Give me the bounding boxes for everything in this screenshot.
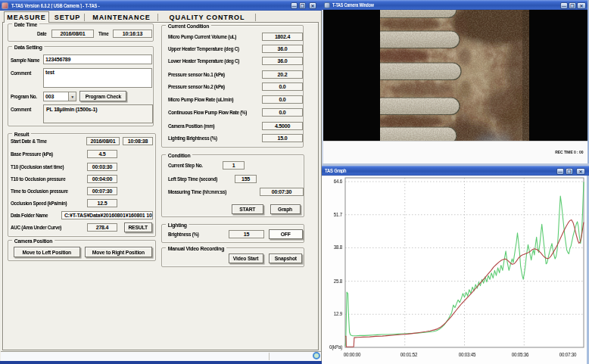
move-right-button[interactable]: Move to Right Position bbox=[85, 247, 152, 257]
result-row-value: 00:03:30 bbox=[87, 163, 117, 171]
camera-titlebar: T-TAS Camera Window — ❐ ✕ bbox=[322, 0, 589, 10]
result-row-label: Data Folder Name bbox=[11, 212, 48, 219]
tab-quality-control[interactable]: QUALITY CONTROL bbox=[159, 12, 255, 22]
program-no-combobox[interactable]: 003 ▼ bbox=[43, 92, 76, 101]
main-window-title: T-TAS Version 6.3.2 [ USB Camera ] - T-T… bbox=[11, 3, 100, 8]
result-row-value: 00:07:30 bbox=[87, 187, 117, 195]
group-title: Data Setting bbox=[12, 44, 44, 51]
current-condition-value: 0.0 bbox=[262, 95, 303, 104]
current-condition-value: 15.0 bbox=[262, 134, 303, 142]
result-time-field: 10:08:38 bbox=[123, 137, 153, 145]
camera-window-icon bbox=[324, 2, 330, 8]
result-button[interactable]: RESULT bbox=[124, 222, 152, 232]
y-tick-label: 12.9 bbox=[323, 311, 342, 316]
camera-minimize-button[interactable]: — bbox=[560, 2, 568, 9]
current-condition-label: Micro Pump Flow Rate (uL/min) bbox=[168, 96, 233, 104]
current-condition-label: Upper Heater Temperature (deg C) bbox=[168, 45, 239, 53]
minimize-button[interactable]: — bbox=[291, 2, 298, 9]
x-tick-label: 00:00:00 bbox=[340, 352, 364, 357]
group-title: Lighting bbox=[166, 222, 189, 229]
result-row-label: T10 to Occlusion pressure bbox=[11, 176, 65, 183]
main-window: T-TAS Version 6.3.2 [ USB Camera ] - T-T… bbox=[0, 0, 322, 364]
result-row-label: AUC (Area Under Curve) bbox=[11, 224, 61, 232]
result-row-value: 00:04:00 bbox=[87, 175, 117, 183]
x-tick-label: 00:05:36 bbox=[508, 352, 532, 357]
rec-time-label: REC TIME 0 : 00 bbox=[555, 150, 583, 154]
lighting-off-button[interactable]: OFF bbox=[269, 229, 303, 239]
current-condition-value: 0.0 bbox=[262, 108, 303, 117]
current-condition-label: Lighting Brightness (%) bbox=[168, 135, 217, 142]
tab-separator bbox=[84, 14, 85, 21]
result-row-value: 278.4 bbox=[87, 223, 117, 232]
sample-name-label: Sample Name bbox=[11, 57, 39, 64]
result-row-label: Start Date & Time bbox=[11, 138, 47, 145]
tab-measure[interactable]: MEASURE bbox=[4, 11, 49, 23]
start-button[interactable]: START bbox=[232, 204, 263, 214]
y-tick-label: 64.6 bbox=[323, 179, 342, 184]
camera-maximize-button[interactable]: ❐ bbox=[569, 2, 576, 9]
current-condition-value: 1802.4 bbox=[262, 33, 303, 41]
date-field: 2016/08/01 bbox=[51, 30, 94, 38]
current-condition-value: 36.0 bbox=[262, 45, 303, 53]
time-label: Time bbox=[98, 30, 109, 38]
group-title: Camera Position bbox=[12, 238, 55, 244]
measuring-time-field: 00:07:30 bbox=[260, 188, 304, 196]
program-comment-box: PL 18μl/min (1500s-1) bbox=[43, 104, 153, 123]
current-condition-value: 0.0 bbox=[262, 82, 303, 91]
result-row-label: Occlusion Speed (kPa/min) bbox=[11, 200, 67, 207]
measuring-time-label: Measuring Time (hh:mm:ss) bbox=[168, 188, 226, 196]
comment-input[interactable]: test bbox=[43, 68, 152, 88]
program-check-button[interactable]: Program Check bbox=[79, 91, 126, 101]
y-tick-label: 0(kPa) bbox=[323, 344, 342, 350]
graph-maximize-button[interactable]: ❐ bbox=[566, 168, 573, 175]
tab-separator bbox=[157, 14, 158, 21]
desktop: T-TAS Version 6.3.2 [ USB Camera ] - T-T… bbox=[0, 0, 589, 364]
combo-dropdown-icon[interactable]: ▼ bbox=[68, 92, 76, 101]
main-titlebar: T-TAS Version 6.3.2 [ USB Camera ] - T-T… bbox=[0, 0, 322, 11]
current-condition-label: Camera Position (mm) bbox=[168, 123, 214, 130]
group-result: Result bbox=[8, 133, 156, 237]
result-row-value: C:¥T-TAS¥Data¥20160801¥160801 10 bbox=[61, 211, 153, 219]
current-step-label: Current Step No. bbox=[168, 162, 203, 170]
y-tick-label: 51.7 bbox=[323, 212, 342, 217]
group-title: Current Condition bbox=[166, 23, 211, 30]
group-title: Result bbox=[12, 131, 31, 138]
snapshot-button[interactable]: Snapshot bbox=[269, 254, 302, 263]
tab-setup[interactable]: SETUP bbox=[51, 12, 84, 22]
close-button[interactable]: ✕ bbox=[309, 2, 316, 9]
app-icon bbox=[2, 2, 8, 9]
camera-info-strip: REC TIME 0 : 00 bbox=[323, 141, 587, 163]
result-row-value: 2016/08/01 bbox=[86, 137, 120, 145]
graph-close-button[interactable]: ✕ bbox=[576, 168, 585, 175]
program-comment-label: Comment bbox=[11, 106, 31, 114]
graph-button[interactable]: Graph bbox=[270, 204, 301, 214]
current-condition-label: Micro Pump Current Volume (uL) bbox=[168, 33, 236, 41]
current-condition-value: 20.2 bbox=[262, 70, 303, 79]
result-row-label: Base Pressure (kPa) bbox=[11, 151, 53, 158]
current-condition-value: 36.0 bbox=[262, 57, 303, 65]
pressure-chart bbox=[322, 176, 589, 364]
current-condition-value: 4.5000 bbox=[262, 122, 303, 130]
comment-label: Comment bbox=[11, 70, 31, 77]
move-left-button[interactable]: Move to Left Position bbox=[14, 247, 80, 257]
current-step-field: 1 bbox=[223, 161, 245, 170]
program-no-value: 003 bbox=[45, 94, 54, 99]
date-label: Date bbox=[37, 30, 47, 38]
camera-live-image bbox=[380, 10, 529, 141]
left-step-label: Left Step Time (second) bbox=[168, 176, 217, 183]
x-tick-label: 00:01:52 bbox=[397, 352, 421, 357]
group-title: Condition bbox=[166, 152, 192, 159]
y-tick-label: 38.8 bbox=[323, 244, 342, 250]
tab-maintenance[interactable]: MAINTENANCE bbox=[86, 12, 157, 22]
camera-close-button[interactable]: ✕ bbox=[577, 2, 586, 9]
video-start-button[interactable]: Video Start bbox=[229, 254, 263, 263]
tab-separator bbox=[255, 14, 256, 21]
sample-name-input[interactable]: 123456789 bbox=[43, 54, 152, 64]
maximize-button[interactable]: ❐ bbox=[299, 2, 306, 9]
time-field: 10:16:13 bbox=[113, 30, 152, 38]
graph-minimize-button[interactable]: — bbox=[556, 168, 564, 175]
result-row-label: T10 (Occlusion start time) bbox=[11, 163, 64, 171]
graph-client-area: 0(kPa)12.925.838.851.764.6 00:00:0000:01… bbox=[322, 176, 589, 364]
current-condition-label: Lower Heater Temperature (deg C) bbox=[168, 58, 239, 65]
status-bar bbox=[1, 351, 321, 361]
